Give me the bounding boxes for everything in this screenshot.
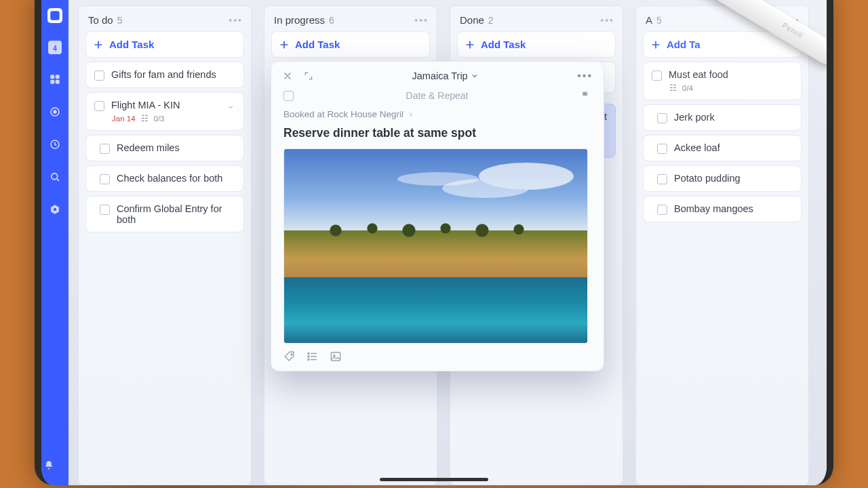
subtask-progress-icon: ☷ bbox=[669, 83, 677, 93]
settings-icon[interactable] bbox=[47, 202, 62, 217]
column-count: 5 bbox=[656, 15, 662, 26]
task-title: Redeem miles bbox=[117, 142, 180, 153]
subtask-progress: 0/3 bbox=[154, 115, 165, 123]
svg-rect-4 bbox=[56, 80, 60, 84]
subtask-card[interactable]: Confirm Global Entry for both bbox=[85, 196, 244, 232]
svg-point-15 bbox=[334, 354, 335, 356]
grid-icon[interactable] bbox=[47, 72, 62, 87]
date-repeat-field[interactable]: Date & Repeat bbox=[303, 90, 571, 101]
task-checkbox[interactable] bbox=[100, 205, 110, 215]
list-icon[interactable] bbox=[307, 350, 319, 363]
add-task-label: Add Ta bbox=[667, 39, 701, 50]
svg-rect-3 bbox=[50, 80, 54, 84]
svg-rect-2 bbox=[56, 75, 60, 79]
task-checkbox[interactable] bbox=[657, 113, 667, 123]
task-title: Ackee loaf bbox=[674, 142, 720, 153]
column-count: 6 bbox=[329, 15, 334, 26]
task-checkbox[interactable] bbox=[657, 144, 667, 154]
task-title: Jerk pork bbox=[674, 112, 715, 123]
modal-project-dropdown[interactable]: Jamaica Trip bbox=[324, 70, 566, 81]
task-due: Jan 14 bbox=[112, 115, 136, 123]
task-title: Check balances for both bbox=[117, 173, 222, 184]
subtask-card[interactable]: Check balances for both bbox=[85, 165, 244, 192]
subtask-card[interactable]: Ackee loaf bbox=[643, 135, 802, 161]
subtask-card[interactable]: Redeem miles bbox=[85, 135, 244, 161]
column-count: 2 bbox=[488, 15, 494, 26]
svg-point-6 bbox=[54, 110, 56, 113]
chevron-down-icon[interactable]: ⌄ bbox=[226, 100, 235, 110]
task-attachment-image[interactable] bbox=[283, 148, 588, 344]
task-title: Gifts for fam and friends bbox=[111, 69, 216, 80]
tasks-icon[interactable] bbox=[47, 8, 62, 23]
bell-icon[interactable] bbox=[41, 458, 56, 473]
modal-task-title[interactable]: Reserve dinner table at same spot bbox=[283, 126, 591, 140]
subtask-card[interactable]: Bombay mangoes bbox=[643, 196, 802, 222]
subtask-progress: 0/4 bbox=[682, 84, 693, 92]
subtask-card[interactable]: Jerk pork bbox=[643, 104, 802, 131]
parent-task-breadcrumb[interactable]: Booked at Rock House Negril bbox=[271, 109, 604, 126]
column-todo: To do 5 ••• Add Task Gifts for fam and f… bbox=[78, 5, 252, 485]
add-task-label: Add Task bbox=[109, 39, 154, 50]
task-checkbox[interactable] bbox=[657, 174, 667, 184]
subtask-card[interactable]: Potato pudding bbox=[643, 165, 802, 192]
add-task-label: Add Task bbox=[481, 39, 526, 50]
target-icon[interactable] bbox=[47, 104, 62, 119]
svg-rect-14 bbox=[331, 352, 340, 361]
task-checkbox[interactable] bbox=[657, 205, 667, 215]
add-task-button[interactable]: Add Task bbox=[85, 31, 244, 58]
modal-project-label: Jamaica Trip bbox=[412, 70, 467, 81]
column-more-icon[interactable]: ••• bbox=[414, 15, 429, 26]
svg-point-10 bbox=[291, 354, 292, 355]
search-icon[interactable] bbox=[47, 169, 62, 184]
app-sidebar: 4 bbox=[41, 0, 68, 485]
task-detail-modal: Jamaica Trip ••• Date & Repeat Booked at… bbox=[271, 61, 604, 371]
svg-point-8 bbox=[52, 174, 58, 180]
column-4: A 5 ••• Add Ta Must eat food ☷ 0/4 bbox=[635, 5, 809, 485]
column-title: Done bbox=[460, 14, 484, 26]
task-checkbox[interactable] bbox=[94, 70, 104, 81]
svg-point-13 bbox=[308, 359, 309, 360]
task-title: Must eat food bbox=[669, 69, 728, 80]
calendar-icon[interactable]: 4 bbox=[48, 41, 62, 54]
task-card[interactable]: Must eat food ☷ 0/4 bbox=[643, 62, 802, 100]
more-icon[interactable]: ••• bbox=[577, 70, 593, 82]
task-card[interactable]: Flight MIA - KIN ⌄ Jan 14 ☷ 0/3 bbox=[85, 92, 244, 131]
task-card[interactable]: Gifts for fam and friends bbox=[85, 62, 244, 88]
svg-rect-1 bbox=[50, 75, 54, 79]
task-checkbox[interactable] bbox=[652, 70, 662, 81]
task-title: Confirm Global Entry for both bbox=[117, 203, 235, 225]
task-title: Bombay mangoes bbox=[674, 203, 753, 214]
flag-icon[interactable] bbox=[580, 90, 591, 101]
home-indicator[interactable] bbox=[380, 478, 488, 481]
column-more-icon[interactable]: ••• bbox=[600, 15, 614, 26]
task-checkbox[interactable] bbox=[100, 174, 110, 184]
column-more-icon[interactable]: ••• bbox=[229, 15, 243, 26]
add-task-button[interactable]: Add Task bbox=[457, 31, 616, 58]
breadcrumb-label: Booked at Rock House Negril bbox=[283, 109, 403, 119]
add-task-label: Add Task bbox=[295, 39, 340, 50]
task-checkbox[interactable] bbox=[100, 144, 110, 154]
svg-point-11 bbox=[308, 352, 309, 354]
svg-point-9 bbox=[54, 208, 57, 211]
clock-icon[interactable] bbox=[47, 137, 62, 152]
task-title: Flight MIA - KIN bbox=[111, 100, 180, 110]
add-task-button[interactable]: Add Task bbox=[271, 31, 430, 58]
column-title: A bbox=[646, 14, 652, 26]
column-count: 5 bbox=[117, 15, 123, 26]
tag-icon[interactable] bbox=[283, 350, 296, 363]
subtask-progress-icon: ☷ bbox=[141, 114, 149, 123]
expand-icon[interactable] bbox=[304, 71, 313, 81]
task-title: Potato pudding bbox=[674, 173, 741, 184]
column-title: To do bbox=[88, 14, 113, 26]
svg-point-12 bbox=[308, 356, 309, 357]
task-checkbox[interactable] bbox=[94, 101, 104, 111]
column-title: In progress bbox=[274, 14, 325, 26]
image-icon[interactable] bbox=[330, 350, 342, 363]
modal-checkbox[interactable] bbox=[283, 91, 294, 101]
close-icon[interactable] bbox=[282, 70, 293, 81]
